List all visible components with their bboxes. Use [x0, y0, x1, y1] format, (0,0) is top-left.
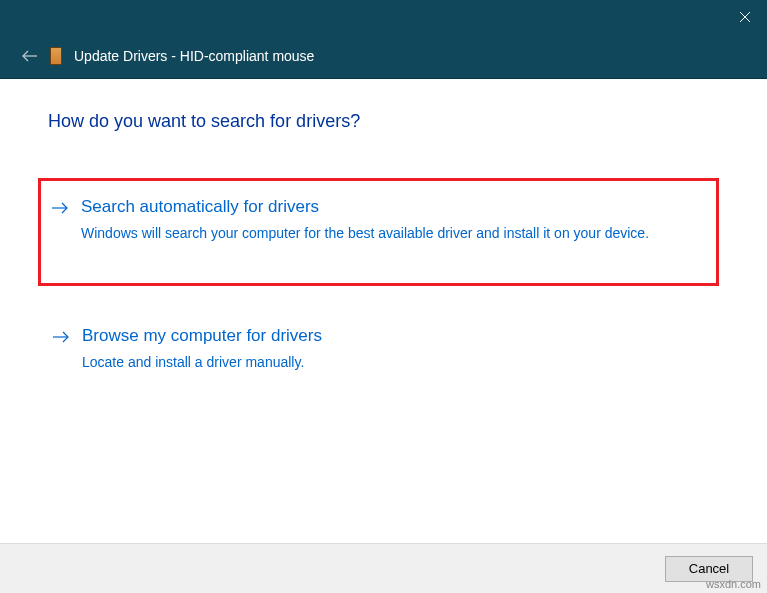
page-title: How do you want to search for drivers? — [48, 111, 719, 132]
option-browse-computer[interactable]: Browse my computer for drivers Locate an… — [48, 316, 719, 382]
close-icon — [739, 11, 751, 23]
wizard-content: How do you want to search for drivers? S… — [0, 79, 767, 383]
option-text: Browse my computer for drivers Locate an… — [82, 326, 711, 372]
option-title: Search automatically for drivers — [81, 197, 708, 217]
watermark: wsxdn.com — [706, 578, 761, 590]
device-icon — [50, 47, 62, 65]
option-title: Browse my computer for drivers — [82, 326, 711, 346]
wizard-title: Update Drivers - HID-compliant mouse — [74, 48, 314, 64]
option-arrow-icon — [45, 197, 69, 219]
option-text: Search automatically for drivers Windows… — [81, 197, 708, 243]
wizard-footer: Cancel — [0, 543, 767, 593]
wizard-header: Update Drivers - HID-compliant mouse — [0, 33, 767, 79]
titlebar — [0, 0, 767, 33]
option-description: Windows will search your computer for th… — [81, 223, 708, 243]
back-arrow-icon — [22, 49, 38, 63]
close-button[interactable] — [722, 0, 767, 33]
back-button[interactable] — [22, 49, 38, 63]
option-search-automatically[interactable]: Search automatically for drivers Windows… — [38, 178, 719, 286]
option-arrow-icon — [52, 326, 70, 348]
option-description: Locate and install a driver manually. — [82, 352, 711, 372]
